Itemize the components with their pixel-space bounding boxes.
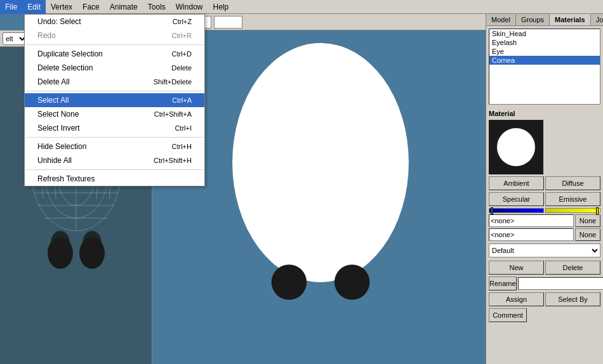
menu-help[interactable]: Help	[208, 0, 234, 14]
rename-row: Rename Cornea	[489, 276, 600, 290]
svg-point-26	[232, 43, 409, 282]
texture-row-1: <none> None	[489, 214, 600, 227]
rename-input[interactable]: Cornea	[518, 277, 603, 290]
rename-button[interactable]: Rename	[489, 276, 517, 290]
tab-model[interactable]: Model	[486, 14, 516, 25]
menu-select-invert[interactable]: Select Invert Ctrl+I	[25, 121, 204, 135]
menu-refresh[interactable]: Refresh Textures	[25, 172, 204, 186]
separator-1	[26, 44, 203, 45]
right-slider-thumb	[596, 207, 599, 215]
menu-undo[interactable]: Undo: Select Ctrl+Z	[25, 15, 204, 29]
select-all-label: Select All	[37, 96, 69, 105]
delete-sel-shortcut: Delete	[171, 64, 192, 72]
delete-all-label: Delete All	[37, 77, 70, 86]
comment-button[interactable]: Comment	[489, 308, 527, 322]
svg-point-27	[272, 264, 307, 300]
separator-3	[26, 137, 203, 138]
menu-hide[interactable]: Hide Selection Ctrl+H	[25, 140, 204, 153]
assign-selectby-row: Assign Select By	[489, 292, 600, 306]
assign-button[interactable]: Assign	[489, 292, 544, 306]
material-section-label: Material	[486, 107, 603, 119]
comment-row: Comment	[489, 308, 600, 322]
undo-label: Undo: Select	[37, 17, 81, 26]
menu-redo[interactable]: Redo Ctrl+R	[25, 29, 204, 42]
delete-button[interactable]: Delete	[545, 261, 600, 275]
materials-list[interactable]: Skin_Head Eyelash Eye Cornea	[489, 29, 600, 105]
material-dropdown[interactable]: Default	[489, 244, 600, 257]
separator-2	[26, 91, 203, 91]
redo-shortcut: Ctrl+R	[172, 32, 192, 39]
unhide-shortcut: Ctrl+Shift+H	[154, 157, 192, 164]
redo-label: Redo	[37, 31, 56, 40]
select-none-label: Select None	[37, 110, 79, 119]
menu-tools[interactable]: Tools	[143, 0, 171, 14]
select-invert-shortcut: Ctrl+I	[175, 124, 192, 132]
ambient-diffuse-row: Ambient Diffuse	[489, 176, 600, 190]
menu-face[interactable]: Face	[77, 0, 105, 14]
hide-shortcut: Ctrl+H	[172, 143, 192, 150]
edit-menu: Undo: Select Ctrl+Z Redo Ctrl+R Duplicat…	[24, 14, 205, 186]
tab-joints[interactable]: Joints	[591, 14, 603, 25]
diffuse-button[interactable]: Diffuse	[545, 176, 600, 190]
menubar: File Edit Vertex Face Animate Tools Wind…	[0, 0, 603, 14]
undo-shortcut: Ctrl+Z	[173, 18, 192, 25]
viewport-3d[interactable]	[156, 30, 486, 364]
duplicate-shortcut: Ctrl+D	[172, 50, 192, 58]
texture-row-2: <none> None	[489, 228, 600, 241]
mat-eyelash[interactable]: Eyelash	[489, 38, 600, 47]
duplicate-label: Duplicate Selection	[37, 49, 103, 58]
material-preview	[489, 120, 543, 174]
texture-none-btn-1[interactable]: None	[575, 214, 600, 227]
right-color-slider[interactable]	[545, 208, 600, 213]
texture-none-btn-2[interactable]: None	[575, 228, 600, 241]
delete-all-shortcut: Shift+Delete	[154, 78, 192, 86]
menu-unhide[interactable]: Unhide All Ctrl+Shift+H	[25, 153, 204, 167]
mat-cornea[interactable]: Cornea	[489, 56, 600, 65]
menu-duplicate[interactable]: Duplicate Selection Ctrl+D	[25, 47, 204, 61]
select-all-shortcut: Ctrl+A	[172, 96, 192, 104]
specular-emissive-row: Specular Emissive	[489, 192, 600, 206]
menu-edit[interactable]: Edit	[22, 0, 46, 14]
menu-file[interactable]: File	[0, 0, 22, 14]
texture-input-1[interactable]: <none>	[489, 214, 574, 227]
menu-select-all[interactable]: Select All Ctrl+A	[25, 93, 204, 107]
svg-point-28	[335, 264, 370, 300]
specular-button[interactable]: Specular	[489, 192, 544, 206]
new-delete-row: New Delete	[489, 261, 600, 275]
menu-select-none[interactable]: Select None Ctrl+Shift+A	[25, 107, 204, 121]
mat-skin-head[interactable]: Skin_Head	[489, 29, 600, 38]
menu-animate[interactable]: Animate	[105, 0, 143, 14]
menu-vertex[interactable]: Vertex	[46, 0, 77, 14]
left-slider-thumb	[491, 207, 493, 215]
select-by-button[interactable]: Select By	[545, 292, 600, 306]
menu-window[interactable]: Window	[171, 0, 208, 14]
emissive-button[interactable]: Emissive	[545, 192, 600, 206]
chin-left	[48, 237, 73, 269]
left-color-slider[interactable]	[489, 208, 544, 213]
right-tabs: Model Groups Materials Joints	[486, 14, 603, 26]
new-button[interactable]: New	[489, 261, 544, 275]
refresh-label: Refresh Textures	[37, 174, 95, 183]
tab-groups[interactable]: Groups	[516, 14, 550, 25]
toolbar-input6[interactable]: 4096	[214, 16, 242, 29]
separator-4	[26, 169, 203, 170]
tab-materials[interactable]: Materials	[550, 14, 591, 25]
color-sliders	[489, 208, 600, 213]
unhide-label: Unhide All	[37, 156, 72, 165]
select-invert-label: Select Invert	[37, 124, 80, 133]
mat-eye[interactable]: Eye	[489, 47, 600, 56]
ambient-button[interactable]: Ambient	[489, 176, 544, 190]
delete-sel-label: Delete Selection	[37, 63, 93, 72]
menu-delete-selection[interactable]: Delete Selection Delete	[25, 61, 204, 75]
right-panel: Model Groups Materials Joints Skin_Head …	[486, 14, 603, 364]
select-none-shortcut: Ctrl+Shift+A	[154, 110, 192, 118]
hide-label: Hide Selection	[37, 142, 86, 151]
chin-right	[79, 237, 105, 269]
menu-delete-all[interactable]: Delete All Shift+Delete	[25, 75, 204, 89]
head-svg	[156, 30, 486, 364]
material-preview-circle	[497, 128, 535, 166]
texture-input-2[interactable]: <none>	[489, 228, 574, 241]
